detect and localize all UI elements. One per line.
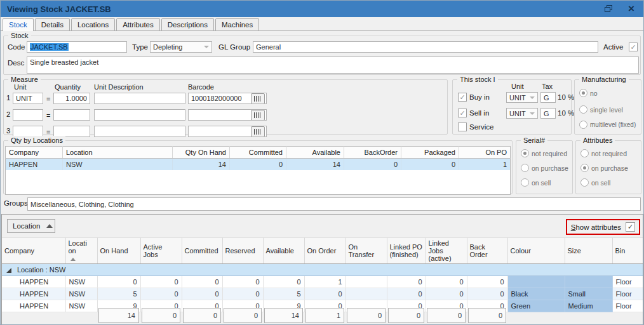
qty-col-committed[interactable]: Committed <box>230 147 286 159</box>
title-bar: Viewing Stock JACKET.SB × <box>1 1 644 17</box>
qty-col-qty-on-hand[interactable]: Qty On Hand <box>173 147 230 159</box>
group-expand-icon[interactable] <box>6 268 11 273</box>
col-committed[interactable]: Committed <box>182 238 222 264</box>
summary-back-order: 0 <box>467 308 507 323</box>
tab-attributes[interactable]: Attributes <box>116 18 160 30</box>
measure-row2-unit-field[interactable] <box>13 109 43 121</box>
type-dropdown[interactable]: Depleting <box>150 41 212 53</box>
window-title: Viewing Stock JACKET.SB <box>7 4 593 14</box>
col-available-label: Available <box>266 247 294 255</box>
tab-stock[interactable]: Stock <box>3 18 34 31</box>
col-company[interactable]: Company <box>2 238 65 264</box>
qty-table-row[interactable]: HAPPEN NSW 14 0 14 0 0 1 <box>6 159 511 171</box>
measure-row2-number: 2 <box>6 110 10 118</box>
barcode-icon[interactable] <box>251 126 265 137</box>
col-available[interactable]: Available <box>263 238 304 264</box>
tab-descriptions[interactable]: Descriptions <box>161 18 214 30</box>
col-on-hand[interactable]: On Hand <box>97 238 140 264</box>
manufacturing-single-level-radio[interactable] <box>579 105 587 114</box>
tab-locations[interactable]: Locations <box>71 18 115 30</box>
col-size[interactable]: Size <box>565 238 612 264</box>
measure-unit-header: Unit <box>14 83 27 91</box>
serial-on-sell-radio[interactable] <box>521 178 529 187</box>
measure-row3-description-field[interactable] <box>94 126 185 137</box>
cell-location: NSW <box>65 288 97 300</box>
measure-groupbox: Measure Unit Quantity Unit Description B… <box>3 79 448 135</box>
detail-row-1[interactable]: HAPPEN NSW 0 0 0 0 0 1 0 0 0 Floor <box>2 276 643 288</box>
qty-col-available[interactable]: Available <box>286 147 344 159</box>
measure-row3-barcode-field[interactable] <box>188 126 267 137</box>
summary-on-hand: 14 <box>97 308 140 323</box>
col-linked-po[interactable]: Linked PO (finished) <box>387 238 426 264</box>
gl-group-field[interactable]: General <box>253 41 598 53</box>
serial-on-purchase-radio[interactable] <box>521 164 529 172</box>
cell-company: HAPPEN <box>2 276 65 288</box>
tab-machines[interactable]: Machines <box>215 18 259 30</box>
manufacturing-multilevel-radio[interactable] <box>579 121 587 129</box>
measure-row1-barcode-field[interactable]: 1000182000000 <box>188 93 267 104</box>
qty-cell-committed: 0 <box>230 159 286 171</box>
active-checkbox[interactable]: ✓ <box>629 43 638 51</box>
measure-row2-description-field[interactable] <box>94 109 185 121</box>
serial-not-required-radio[interactable] <box>521 149 529 157</box>
groups-field[interactable]: Miscellaneous, Clothing, Clothing <box>27 197 641 211</box>
qty-col-location[interactable]: Location <box>63 147 173 159</box>
measure-row1-quantity-field[interactable]: 1.0000 <box>53 93 90 104</box>
measure-row2-barcode-field[interactable] <box>188 109 267 121</box>
code-field[interactable]: JACKET.SB <box>27 41 127 53</box>
manufacturing-groupbox-legend: Manufacturing <box>579 75 629 84</box>
group-by-location-chip[interactable]: Location <box>7 219 55 233</box>
qty-col-company[interactable]: Company <box>6 147 63 159</box>
serial-on-sell-label: on sell <box>532 179 551 187</box>
barcode-icon[interactable] <box>251 93 265 104</box>
chevron-down-icon <box>530 96 535 99</box>
attributes-on-purchase-radio[interactable] <box>580 164 589 172</box>
tab-details[interactable]: Details <box>35 18 70 30</box>
measure-row1-description-field[interactable] <box>94 93 185 104</box>
sell-unit-dropdown[interactable]: UNIT <box>506 108 538 119</box>
buy-unit-dropdown[interactable]: UNIT <box>506 92 538 103</box>
buy-tax-value: G <box>544 94 549 102</box>
qty-col-packaged[interactable]: Packaged <box>401 147 459 159</box>
manufacturing-no-label: no <box>590 90 598 97</box>
location-group-row[interactable]: Location : NSW <box>2 264 643 276</box>
manufacturing-no-radio[interactable] <box>579 89 587 97</box>
col-colour[interactable]: Colour <box>507 238 565 264</box>
sell-tax-value: G <box>544 110 549 117</box>
col-back-order[interactable]: Back Order <box>467 238 507 264</box>
col-location[interactable]: Location <box>65 238 97 264</box>
col-active-jobs[interactable]: Active Jobs <box>140 238 182 264</box>
col-linked-jobs[interactable]: Linked Jobs (active) <box>426 238 467 264</box>
buy-tax-rate: 10 % <box>558 93 574 101</box>
show-attributes-checkbox[interactable]: ✓ <box>626 222 635 232</box>
qty-cell-backorder: 0 <box>344 159 401 171</box>
measure-row2-quantity-field[interactable] <box>53 109 90 121</box>
summary-linked-po: 0 <box>387 308 426 323</box>
sell-tax-field[interactable]: G <box>540 108 556 119</box>
col-on-transfer[interactable]: On Transfer <box>345 238 387 264</box>
sell-in-checkbox[interactable]: ✓ <box>458 109 467 117</box>
detail-row-2[interactable]: HAPPEN NSW 5 0 0 0 5 0 0 0 0 Black Small… <box>2 288 643 300</box>
col-on-order[interactable]: On Order <box>304 238 345 264</box>
barcode-icon[interactable] <box>251 110 265 121</box>
buy-tax-field[interactable]: G <box>540 92 556 103</box>
qty-col-backorder[interactable]: BackOrder <box>344 147 401 159</box>
cell-committed: 0 <box>182 288 222 300</box>
desc-field[interactable]: Single breasted jacket <box>27 56 639 74</box>
col-reserved[interactable]: Reserved <box>222 238 263 264</box>
service-label: Service <box>469 123 493 131</box>
buy-in-checkbox[interactable]: ✓ <box>458 93 467 102</box>
service-checkbox[interactable]: ✓ <box>458 123 467 131</box>
col-active-jobs-label: Active Jobs <box>144 243 163 258</box>
cell-linked-jobs: 0 <box>426 288 467 300</box>
qty-cell-company: HAPPEN <box>6 159 63 171</box>
restore-window-button[interactable] <box>601 3 615 15</box>
qty-by-locations-table: Company Location Qty On Hand Committed A… <box>5 146 511 195</box>
measure-row1-unit-field[interactable]: UNIT <box>13 93 43 104</box>
attributes-not-required-radio[interactable] <box>580 149 589 157</box>
summary-empty <box>612 308 643 323</box>
close-window-button[interactable]: × <box>624 3 638 15</box>
qty-col-on-po[interactable]: On PO <box>459 147 511 159</box>
col-bin[interactable]: Bin <box>612 238 643 264</box>
attributes-on-sell-radio[interactable] <box>580 178 589 187</box>
